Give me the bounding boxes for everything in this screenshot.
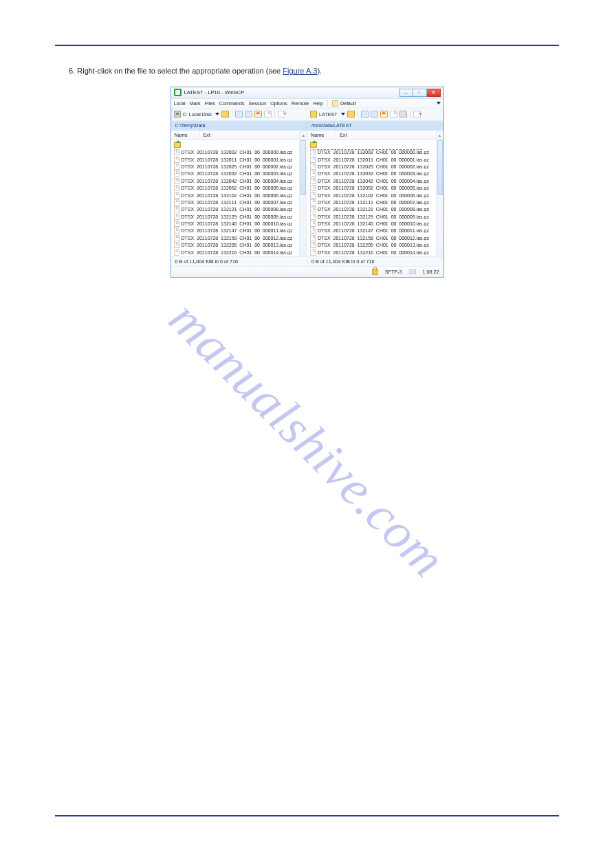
menu-files[interactable]: Files [205, 100, 215, 107]
file-row[interactable]: DTSX_20110728_132102_CH01_00_000006.las.… [171, 192, 300, 199]
file-row[interactable]: DTSX_20110728_132140_CH01_00_000010.las.… [171, 220, 300, 227]
menu-mark[interactable]: Mark [190, 100, 201, 107]
file-row[interactable]: DTSX_20110728_132111_CH01_00_000007.las.… [307, 199, 436, 205]
watermark: manualshive.com [157, 289, 457, 588]
folder-open-icon[interactable] [221, 111, 229, 118]
file-row[interactable]: DTSX_20110728_132011_CH01_00_000001.las.… [307, 156, 436, 163]
folder-open-icon[interactable] [347, 111, 355, 118]
nav-back-icon[interactable] [235, 111, 243, 118]
file-row[interactable]: DTSX_20110728_132158_CH01_00_000012.las.… [171, 234, 300, 241]
file-row[interactable]: DTSX_20110728_132216_CH01_00_000014.las.… [171, 249, 300, 256]
file-name: DTSX_20110728_132042_CH01_00_000004.las.… [318, 179, 429, 183]
file-row[interactable]: DTSX_20110728_132121_CH01_00_000008.las.… [171, 206, 300, 213]
menu-commands[interactable]: Commands [219, 100, 245, 107]
file-icon [310, 149, 316, 155]
file-row[interactable]: DTSX_20110728_132111_CH01_00_000007.las.… [171, 199, 300, 205]
file-row[interactable]: DTSX_20110728_132025_CH01_00_000002.las.… [171, 163, 300, 170]
new-folder-icon[interactable] [278, 111, 285, 118]
header-rule [55, 45, 559, 46]
file-row[interactable]: DTSX_20110728_132147_CH01_00_000011.las.… [307, 227, 436, 234]
home-icon[interactable] [380, 111, 388, 118]
file-row[interactable]: DTSX_20110728_132129_CH01_00_000009.las.… [307, 213, 436, 220]
refresh-icon[interactable] [390, 111, 397, 118]
local-disk-selector[interactable]: C: Local Disk [174, 111, 219, 118]
menubar-dropdown-icon[interactable] [437, 102, 441, 104]
menu-local[interactable]: Local [174, 100, 186, 107]
file-row[interactable]: DTSX_20110728_132140_CH01_00_000010.las.… [307, 220, 436, 227]
parent-dir-row[interactable] [171, 140, 300, 149]
file-name: DTSX_20110728_132140_CH01_00_000010.las.… [182, 221, 293, 226]
figure-reference-link[interactable]: Figure A.3 [283, 67, 317, 75]
file-row[interactable]: DTSX_20110728_132129_CH01_00_000009.las.… [171, 213, 300, 220]
remote-path[interactable]: /mnt/data/LATEST [307, 121, 443, 130]
file-name: DTSX_20110728_132002_CH01_00_000000.las.… [182, 150, 293, 155]
preset-swatch-icon [332, 100, 338, 107]
remote-scrollbar[interactable] [436, 140, 443, 257]
col-ext[interactable]: Ext [336, 131, 436, 140]
remote-dir-label: LATEST [319, 111, 338, 118]
nav-back-icon[interactable] [361, 111, 369, 118]
scrollbar-thumb[interactable] [300, 140, 306, 195]
window-title: LATEST - LP10 - WinSCP [184, 89, 397, 96]
file-name: DTSX_20110728_132216_CH01_00_000014.las.… [182, 250, 293, 255]
file-row[interactable]: DTSX_20110728_132032_CH01_00_000003.las.… [171, 170, 300, 177]
titlebar[interactable]: LATEST - LP10 - WinSCP – ▫ ✕ [171, 87, 443, 99]
file-row[interactable]: DTSX_20110728_132025_CH01_00_000002.las.… [307, 163, 436, 170]
home-icon[interactable] [254, 111, 262, 118]
file-name: DTSX_20110728_132121_CH01_00_000008.las.… [318, 207, 429, 212]
local-disk-label: C: Local Disk [183, 111, 212, 118]
file-icon [174, 227, 179, 234]
col-ext[interactable]: Ext [200, 131, 300, 140]
minimize-button[interactable]: – [399, 89, 413, 97]
intro-tail: ). [317, 67, 322, 75]
remote-dir-selector[interactable]: LATEST [310, 111, 345, 118]
file-icon [310, 170, 316, 177]
file-row[interactable]: DTSX_20110728_132002_CH01_00_000000.las.… [171, 149, 300, 156]
file-row[interactable]: DTSX_20110728_132052_CH01_00_000005.las.… [171, 184, 300, 191]
file-row[interactable]: DTSX_20110728_132102_CH01_00_000006.las.… [307, 192, 436, 199]
refresh-icon[interactable] [264, 111, 272, 118]
file-icon [174, 157, 179, 163]
local-file-list: DTSX_20110728_132002_CH01_00_000000.las.… [171, 149, 300, 257]
menu-session[interactable]: Session [249, 100, 267, 107]
scroll-up-icon[interactable]: ▴ [299, 131, 307, 140]
local-scrollbar[interactable] [299, 140, 307, 257]
nav-forward-icon[interactable] [371, 111, 378, 118]
file-row[interactable]: DTSX_20110728_132052_CH01_00_000005.las.… [307, 184, 436, 191]
remote-column-header[interactable]: Name Ext ▴ [307, 131, 443, 140]
file-row[interactable]: DTSX_20110728_132002_CH01_00_000000.las.… [307, 149, 436, 156]
file-row[interactable]: DTSX_20110728_132042_CH01_00_000004.las.… [307, 177, 436, 184]
lock-icon [372, 269, 378, 275]
file-row[interactable]: DTSX_20110728_132216_CH01_00_000014.las.… [307, 249, 436, 256]
file-row[interactable]: DTSX_20110728_132147_CH01_00_000011.las.… [171, 227, 300, 234]
menu-remote[interactable]: Remote [292, 100, 309, 107]
menu-options[interactable]: Options [270, 100, 287, 107]
file-row[interactable]: DTSX_20110728_132158_CH01_00_000012.las.… [307, 234, 436, 241]
file-icon [174, 221, 179, 227]
close-button[interactable]: ✕ [427, 89, 441, 97]
find-icon[interactable] [399, 111, 407, 118]
file-row[interactable]: DTSX_20110728_132011_CH01_00_000001.las.… [171, 156, 300, 163]
preset-label: Default [340, 100, 356, 107]
file-row[interactable]: DTSX_20110728_132205_CH01_00_000013.las.… [307, 242, 436, 249]
local-path[interactable]: C:\Temp\Data [171, 121, 307, 130]
file-name: DTSX_20110728_132111_CH01_00_000007.las.… [182, 200, 293, 205]
nav-forward-icon[interactable] [245, 111, 252, 118]
file-row[interactable]: DTSX_20110728_132121_CH01_00_000008.las.… [307, 206, 436, 213]
file-icon [174, 185, 179, 191]
local-column-header[interactable]: Name Ext ▴ [171, 131, 307, 140]
parent-dir-row-selected[interactable] [307, 140, 436, 149]
file-icon [310, 157, 316, 163]
col-name[interactable]: Name [307, 131, 336, 140]
file-icon [174, 149, 179, 155]
col-name[interactable]: Name [171, 131, 200, 140]
file-row[interactable]: DTSX_20110728_132205_CH01_00_000013.las.… [171, 242, 300, 249]
menu-help[interactable]: Help [313, 100, 323, 107]
scrollbar-thumb[interactable] [437, 140, 443, 195]
file-row[interactable]: DTSX_20110728_132032_CH01_00_000003.las.… [307, 170, 436, 177]
toolbar-preset-default[interactable]: Default [332, 100, 356, 107]
scroll-up-icon[interactable]: ▴ [436, 131, 443, 140]
new-folder-icon[interactable] [413, 111, 421, 118]
file-row[interactable]: DTSX_20110728_132042_CH01_00_000004.las.… [171, 177, 300, 184]
maximize-button[interactable]: ▫ [413, 89, 427, 97]
